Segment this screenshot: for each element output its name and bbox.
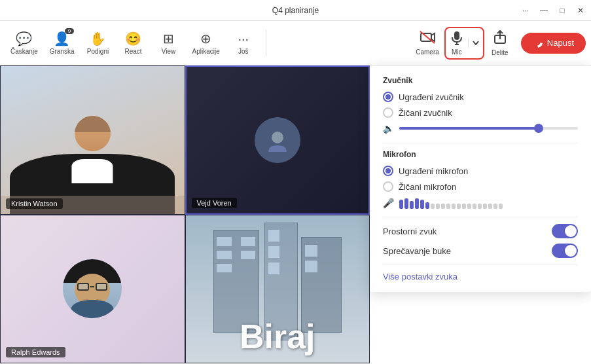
noise-suppression-label: Sprečavanje buke — [383, 246, 451, 256]
share-btn[interactable]: Delite — [486, 27, 514, 59]
emoji-icon: 😊 — [125, 31, 141, 46]
minimize-btn[interactable]: — — [539, 5, 549, 16]
people-icon: 👤 9 — [54, 31, 70, 46]
level-bar-3 — [410, 201, 414, 209]
granska-label: Granska — [50, 48, 75, 55]
mic-wired-label: Žičani mikrofon — [399, 182, 456, 192]
mic-button[interactable]: Mic — [446, 28, 468, 58]
more-icon: ··· — [238, 31, 249, 46]
speaker-builtin-radio[interactable] — [383, 92, 393, 102]
level-bar-14 — [467, 204, 471, 209]
leave-label: Napust — [547, 38, 574, 48]
toolbar-aplikacije[interactable]: ⊕ Aplikacije — [187, 28, 225, 58]
svg-marker-1 — [431, 33, 435, 41]
mic-builtin-option[interactable]: Ugrađeni mikrofon — [383, 166, 578, 176]
camera-btn[interactable]: Camera — [412, 28, 443, 58]
granska-badge: 9 — [65, 28, 74, 34]
toolbar-granska[interactable]: 👤 9 Granska — [45, 28, 80, 58]
mic-label: Mic — [452, 48, 462, 56]
mic-wired-option[interactable]: Žičani mikrofon — [383, 181, 578, 192]
level-bar-11 — [452, 204, 456, 209]
jos-label: Još — [238, 48, 249, 55]
level-bar-20 — [499, 204, 503, 209]
toolbar-caskanje[interactable]: 💬 Časkanje — [5, 28, 43, 58]
volume-slider[interactable] — [399, 127, 578, 130]
view-icon: ⊞ — [163, 31, 174, 46]
video-cell-biraj: Biraj — [185, 215, 370, 364]
toolbar-view[interactable]: ⊞ View — [152, 28, 186, 58]
ralph-label: Ralph Edwards — [6, 347, 65, 357]
apps-icon: ⊕ — [200, 31, 211, 46]
level-bar-6 — [425, 202, 429, 209]
volume-thumb[interactable] — [534, 124, 543, 133]
level-bar-16 — [478, 204, 482, 209]
level-bar-10 — [446, 204, 450, 209]
mic-builtin-label: Ugrađeni mikrofon — [399, 166, 468, 176]
volume-fill — [399, 127, 539, 130]
speaker-section-title: Zvučnik — [383, 76, 578, 85]
close-btn[interactable]: ✕ — [575, 5, 586, 16]
camera-off-icon — [420, 31, 435, 47]
vejd-avatar-icon — [266, 128, 289, 152]
toolbar-podigni[interactable]: ✋ Podigni — [81, 28, 115, 58]
mic-btn-group[interactable]: Mic — [444, 27, 484, 60]
raise-hand-icon: ✋ — [90, 31, 106, 46]
toolbar-jos[interactable]: ··· Još — [226, 29, 260, 58]
section-divider-2 — [383, 217, 578, 217]
level-bar-9 — [441, 204, 445, 209]
speaker-wired-option[interactable]: Žičani zvučnik — [383, 107, 578, 118]
speaker-wired-label: Žičani zvučnik — [399, 108, 452, 118]
volume-icon: 🔈 — [383, 123, 394, 134]
phone-icon — [533, 38, 543, 48]
more-settings-link[interactable]: Više postavki zvuka — [383, 272, 578, 282]
mic-builtin-radio[interactable] — [383, 166, 393, 176]
share-icon — [493, 30, 507, 48]
toolbar-right: Camera Mic — [412, 27, 586, 60]
title-bar: Q4 planiranje ··· — □ ✕ — [0, 0, 591, 21]
podigni-label: Podigni — [87, 48, 109, 55]
toolbar: 💬 Časkanje 👤 9 Granska ✋ Podigni 😊 React… — [0, 21, 591, 65]
level-bar-12 — [457, 204, 461, 209]
toolbar-separator — [266, 30, 266, 56]
spatial-audio-label: Prostorni zvuk — [383, 227, 437, 236]
mic-icon — [451, 31, 463, 48]
window-title: Q4 planiranje — [272, 6, 319, 15]
speaker-builtin-label: Ugrađeni zvučnik — [399, 92, 464, 102]
audio-dropdown-panel: Zvučnik Ugrađeni zvučnik Žičani zvučnik … — [370, 65, 591, 292]
level-bar-8 — [436, 204, 440, 209]
share-label: Delite — [492, 49, 509, 56]
mic-chevron-btn[interactable] — [468, 38, 483, 48]
mic-level-icon: 🎤 — [383, 198, 394, 208]
svg-rect-3 — [454, 31, 459, 40]
noise-suppression-row: Sprečavanje buke — [383, 244, 578, 258]
mic-wired-radio[interactable] — [383, 181, 393, 192]
noise-suppression-toggle[interactable] — [552, 244, 578, 258]
maximize-btn[interactable]: □ — [557, 5, 567, 16]
level-bar-19 — [493, 204, 497, 209]
level-bar-1 — [399, 200, 403, 209]
more-options-btn[interactable]: ··· — [520, 5, 531, 16]
mic-level-bars — [399, 197, 503, 209]
aplikacije-label: Aplikacije — [192, 48, 220, 55]
toolbar-react[interactable]: 😊 React — [116, 28, 151, 58]
video-cell-kristin: Kristin Watson — [0, 65, 185, 215]
speaker-wired-radio[interactable] — [383, 107, 393, 118]
svg-point-7 — [272, 132, 283, 143]
section-divider-3 — [383, 264, 578, 265]
title-bar-controls: ··· — □ ✕ — [520, 5, 586, 16]
leave-button[interactable]: Napust — [521, 33, 586, 54]
level-bar-7 — [431, 204, 435, 209]
speaker-builtin-option[interactable]: Ugrađeni zvučnik — [383, 92, 578, 102]
volume-slider-row: 🔈 — [383, 123, 578, 134]
video-grid: Kristin Watson Vejd Voren — [0, 65, 370, 363]
level-bar-17 — [483, 204, 487, 209]
level-bar-2 — [404, 198, 408, 209]
react-label: React — [124, 48, 141, 55]
spatial-audio-row: Prostorni zvuk — [383, 224, 578, 238]
video-cell-vejd: Vejd Voren — [185, 65, 370, 215]
camera-label: Camera — [416, 48, 439, 56]
mic-section-title: Mikrofon — [383, 150, 578, 159]
biraj-text-overlay: Biraj — [240, 317, 315, 356]
spatial-audio-toggle[interactable] — [552, 224, 578, 238]
video-cell-ralph: Ralph Edwards — [0, 215, 185, 364]
